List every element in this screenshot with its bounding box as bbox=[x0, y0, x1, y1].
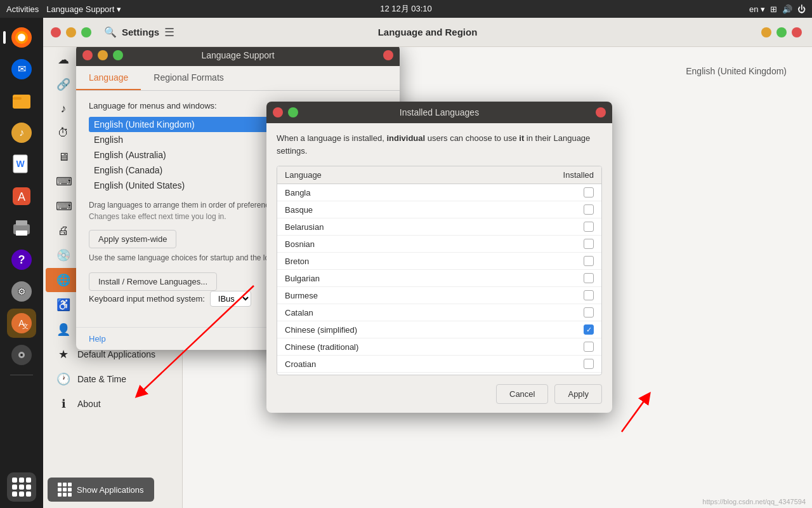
il-lang-installed[interactable] bbox=[543, 187, 594, 197]
dock-language[interactable]: A文 bbox=[7, 309, 36, 338]
keyboard-select-wrap: IBus bbox=[210, 291, 251, 307]
il-table-header: Language Installed bbox=[277, 166, 601, 184]
installed-langs-close-btn[interactable]: × bbox=[596, 107, 606, 117]
activities-label[interactable]: Activities bbox=[6, 4, 39, 14]
il-lang-installed[interactable] bbox=[543, 290, 594, 300]
il-lang-installed[interactable] bbox=[543, 273, 594, 283]
il-checkbox[interactable] bbox=[584, 324, 594, 335]
lang-support-maximize-btn[interactable]: □ bbox=[113, 50, 123, 60]
topbar: Activities Language Support ▾ 12 12月 03:… bbox=[0, 0, 812, 18]
settings-search-icon[interactable]: 🔍 bbox=[104, 26, 117, 38]
show-apps-icon bbox=[58, 483, 72, 497]
il-lang-installed[interactable] bbox=[543, 239, 594, 249]
il-table-row: Basque bbox=[277, 201, 601, 218]
install-remove-btn[interactable]: Install / Remove Languages... bbox=[89, 272, 217, 291]
sidebar-item-date-time[interactable]: 🕐Date & Time bbox=[46, 367, 180, 391]
topbar-lang[interactable]: en ▾ bbox=[749, 4, 765, 14]
dock-writer[interactable]: W bbox=[7, 150, 36, 179]
tab-regional[interactable]: Regional Formats bbox=[141, 66, 237, 90]
active-app-name: Language Support bbox=[46, 4, 114, 14]
lang-support-close-btn[interactable]: × bbox=[82, 50, 93, 60]
il-checkbox[interactable] bbox=[584, 256, 594, 266]
il-lang-installed[interactable] bbox=[543, 256, 594, 266]
il-lang-name: Chinese (traditional) bbox=[285, 342, 543, 352]
il-checkbox[interactable] bbox=[584, 222, 594, 232]
cancel-btn[interactable]: Cancel bbox=[496, 384, 548, 404]
installed-langs-title: Installed Languages bbox=[400, 107, 479, 117]
show-applications-btn[interactable]: Show Applications bbox=[48, 478, 154, 502]
show-applications-label: Show Applications bbox=[77, 485, 144, 495]
dock-settings[interactable]: ⚙ bbox=[7, 277, 36, 306]
installed-langs-minimize-alt[interactable]: − bbox=[273, 107, 283, 117]
settings-close-btn[interactable]: × bbox=[51, 27, 61, 37]
settings-title: Settings bbox=[122, 27, 159, 37]
lang-region-value: English (United Kingdom) bbox=[686, 66, 787, 76]
il-table-row: Catalan bbox=[277, 304, 601, 321]
il-lang-installed[interactable] bbox=[543, 204, 594, 215]
dock-software[interactable]: A bbox=[7, 182, 36, 211]
dock-rhythmbox[interactable]: ♪ bbox=[7, 118, 36, 147]
il-checkbox[interactable] bbox=[584, 239, 594, 249]
svg-text:⚙: ⚙ bbox=[18, 286, 26, 297]
dock-thunderbird[interactable]: ✉ bbox=[7, 55, 36, 84]
apply-system-wide-btn[interactable]: Apply system-wide bbox=[89, 230, 176, 248]
il-checkbox[interactable] bbox=[584, 290, 594, 300]
settings-main-title: Language and Region bbox=[378, 27, 478, 37]
sidebar-item-about[interactable]: ℹAbout bbox=[46, 392, 180, 416]
dock-dvd[interactable] bbox=[7, 340, 36, 370]
bottom-hint: https://blog.csdn.net/qq_4347594 bbox=[702, 498, 806, 505]
lang-support-title: Language Support bbox=[201, 50, 274, 60]
il-lang-name: Croatian bbox=[285, 359, 543, 369]
settings-main-close-btn[interactable]: × bbox=[792, 27, 802, 37]
il-checkbox[interactable] bbox=[584, 307, 594, 318]
sidebar-icon-users: 👤 bbox=[56, 323, 71, 337]
col-language-header: Language bbox=[285, 170, 543, 180]
installed-langs-desc: When a language is installed, individual… bbox=[277, 132, 602, 157]
il-lang-installed[interactable] bbox=[543, 324, 594, 335]
tab-language[interactable]: Language bbox=[76, 66, 141, 90]
dock-show-apps[interactable] bbox=[7, 472, 36, 502]
il-table-row: Czech bbox=[277, 373, 601, 375]
lang-support-minimize-btn[interactable]: − bbox=[98, 50, 108, 60]
il-lang-installed[interactable] bbox=[543, 222, 594, 232]
topbar-volume-icon[interactable]: 🔊 bbox=[782, 4, 792, 14]
dock-printers[interactable] bbox=[7, 213, 36, 243]
show-apps-grid bbox=[12, 478, 31, 497]
il-lang-installed[interactable] bbox=[543, 359, 594, 369]
sidebar-icon-keyboard: ⌨ bbox=[56, 199, 71, 213]
sidebar-icon-default-apps: ★ bbox=[56, 347, 71, 361]
col-installed-header: Installed bbox=[543, 170, 594, 180]
il-lang-installed[interactable] bbox=[543, 307, 594, 318]
il-checkbox[interactable] bbox=[584, 273, 594, 283]
installed-langs-maximize[interactable]: □ bbox=[288, 107, 298, 117]
lang-support-close-btn2[interactable]: × bbox=[383, 50, 393, 60]
settings-main-minimize-btn[interactable]: − bbox=[761, 27, 771, 37]
il-checkbox[interactable] bbox=[584, 204, 594, 215]
active-app[interactable]: Language Support ▾ bbox=[46, 4, 121, 14]
topbar-power-icon[interactable]: ⏻ bbox=[797, 4, 806, 14]
dock-help[interactable]: ? bbox=[7, 245, 36, 274]
settings-minimize-btn[interactable]: − bbox=[66, 27, 76, 37]
keyboard-select[interactable]: IBus bbox=[210, 291, 251, 307]
sidebar-icon-power: ⏱ bbox=[56, 126, 71, 140]
dock-files[interactable] bbox=[7, 86, 36, 116]
settings-main-maximize-btn[interactable]: □ bbox=[776, 27, 787, 37]
sidebar-icon-removable: 💿 bbox=[56, 248, 71, 262]
il-checkbox[interactable] bbox=[584, 187, 594, 197]
il-lang-name: Belarusian bbox=[285, 222, 543, 232]
settings-maximize-btn[interactable]: □ bbox=[81, 27, 91, 37]
dock-firefox[interactable] bbox=[7, 23, 36, 52]
il-lang-name: Catalan bbox=[285, 308, 543, 318]
apply-btn[interactable]: Apply bbox=[554, 384, 602, 404]
il-lang-installed[interactable] bbox=[543, 342, 594, 352]
help-btn[interactable]: Help bbox=[89, 334, 106, 344]
il-checkbox[interactable] bbox=[584, 359, 594, 369]
il-table-row: Croatian bbox=[277, 356, 601, 373]
svg-point-26 bbox=[20, 354, 23, 356]
topbar-network-icon[interactable]: ⊞ bbox=[770, 4, 777, 14]
il-checkbox[interactable] bbox=[584, 342, 594, 352]
sidebar-label-date-time: Date & Time bbox=[77, 374, 126, 384]
il-lang-name: Bulgarian bbox=[285, 274, 543, 283]
installed-langs-titlebar: − □ Installed Languages × bbox=[266, 102, 612, 123]
settings-menu-icon[interactable]: ☰ bbox=[164, 25, 174, 39]
